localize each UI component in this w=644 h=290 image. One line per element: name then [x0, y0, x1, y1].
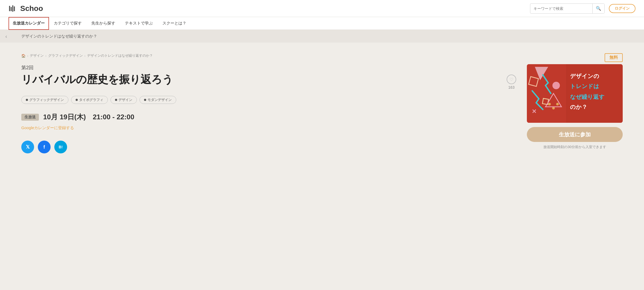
twitter-icon: 𝕏 — [26, 144, 30, 150]
tag-dot — [144, 99, 146, 101]
breadcrumb-cat1[interactable]: デザイン — [30, 53, 44, 58]
nav-item-live-calendar[interactable]: 生放送カレンダー — [9, 17, 49, 30]
breadcrumb-cat2[interactable]: グラフィックデザイン — [48, 53, 83, 58]
facebook-button[interactable]: f — [38, 141, 51, 153]
free-badge: 無料 — [605, 53, 623, 62]
svg-rect-3 — [14, 6, 15, 11]
search-bar: 🔍 — [530, 3, 605, 14]
nav-item-teacher[interactable]: 先生から探す — [87, 17, 120, 30]
svg-text:トレンドは: トレンドは — [570, 83, 599, 89]
live-badge: 生放送 — [21, 114, 39, 121]
breadcrumb-bar-text: デザインのトレンドはなぜ繰り返すのか？ — [21, 34, 97, 39]
svg-point-9 — [548, 103, 551, 105]
back-arrow[interactable]: ‹ — [5, 33, 7, 39]
breadcrumb-bar: ‹ デザインのトレンドはなぜ繰り返すのか？ — [0, 30, 644, 43]
main-content: 🏠 › デザイン › グラフィックデザイン › デザインのトレンドはなぜ繰り返す… — [0, 43, 644, 164]
header: Schoo 🔍 ログイン — [0, 0, 644, 17]
svg-text:なぜ繰り返す: なぜ繰り返す — [570, 94, 605, 100]
breadcrumb-sep3: › — [84, 54, 85, 58]
content-right: 無料 ✕ — [527, 53, 623, 149]
main-nav: 生放送カレンダー カテゴリで探す 先生から探す テキストで学ぶ スクーとは？ — [0, 17, 644, 30]
thumbnail-svg: ✕ デザインの トレンドは なぜ繰り返す のか？ — [527, 64, 623, 123]
tag-label-2: デザイン — [118, 97, 132, 102]
svg-rect-1 — [11, 7, 12, 11]
header-right: 🔍 ログイン — [530, 3, 635, 14]
svg-text:のか？: のか？ — [570, 104, 587, 110]
episode-number: 第2回 — [21, 64, 516, 71]
breadcrumb-nav: 🏠 › デザイン › グラフィックデザイン › デザインのトレンドはなぜ繰り返す… — [21, 53, 516, 58]
nav-item-text[interactable]: テキストで学ぶ — [120, 17, 158, 30]
social-icons: 𝕏 f B! — [21, 141, 516, 153]
logo-text: Schoo — [20, 4, 43, 13]
broadcast-time: 10月 19日(木) 21:00 - 22:00 — [43, 112, 134, 122]
tag-graphic-design[interactable]: グラフィックデザイン — [21, 96, 68, 104]
nav-item-about[interactable]: スクーとは？ — [158, 17, 191, 30]
tag-modern-design[interactable]: モダンデザイン — [140, 96, 176, 104]
svg-text:✕: ✕ — [532, 108, 536, 115]
tag-label-3: モダンデザイン — [147, 97, 172, 102]
svg-text:デザインの: デザインの — [570, 73, 599, 79]
hatena-icon: B! — [59, 145, 63, 149]
header-left: Schoo — [9, 4, 43, 13]
title-row: リバイバルの歴史を振り返ろう ♡ 163 — [21, 72, 516, 89]
nav-item-category[interactable]: カテゴリで探す — [49, 17, 87, 30]
tag-dot — [76, 99, 78, 101]
tag-label-1: タイポグラフィ — [79, 97, 103, 102]
broadcast-row: 生放送 10月 19日(木) 21:00 - 22:00 — [21, 112, 516, 122]
facebook-icon: f — [43, 144, 45, 150]
search-input[interactable] — [530, 6, 592, 11]
logo-icon — [9, 4, 17, 13]
hatena-button[interactable]: B! — [54, 141, 67, 153]
svg-point-11 — [556, 103, 559, 105]
breadcrumb-home[interactable]: 🏠 — [21, 54, 26, 58]
twitter-button[interactable]: 𝕏 — [21, 141, 34, 153]
tag-dot — [26, 99, 28, 101]
like-count: 163 — [508, 85, 514, 89]
google-calendar-link[interactable]: Googleカレンダーに登録する — [21, 125, 74, 130]
svg-rect-2 — [12, 5, 13, 12]
tag-label-0: グラフィックデザイン — [29, 97, 64, 102]
tag-typography[interactable]: タイポグラフィ — [71, 96, 108, 104]
like-box: ♡ 163 — [507, 72, 516, 89]
join-button[interactable]: 生放送に参加 — [527, 127, 623, 142]
like-button[interactable]: ♡ — [507, 75, 516, 84]
login-button[interactable]: ログイン — [609, 4, 635, 13]
breadcrumb-sep1: › — [27, 54, 28, 58]
svg-point-7 — [552, 82, 560, 89]
tags-list: グラフィックデザイン タイポグラフィ デザイン モダンデザイン — [21, 96, 516, 104]
content-left: 🏠 › デザイン › グラフィックデザイン › デザインのトレンドはなぜ繰り返す… — [21, 53, 516, 153]
broadcast-note: 放送開始時刻の30分前から入室できます — [527, 145, 623, 149]
svg-rect-0 — [9, 6, 10, 11]
lesson-title: リバイバルの歴史を振り返ろう — [21, 72, 501, 86]
breadcrumb-sep2: › — [45, 54, 46, 58]
breadcrumb-current: デザインのトレンドはなぜ繰り返すのか？ — [87, 53, 153, 58]
free-badge-row: 無料 — [527, 53, 623, 62]
course-thumbnail: ✕ デザインの トレンドは なぜ繰り返す のか？ — [527, 64, 623, 123]
search-button[interactable]: 🔍 — [592, 4, 604, 13]
tag-design[interactable]: デザイン — [110, 96, 137, 104]
tag-dot — [115, 99, 117, 101]
